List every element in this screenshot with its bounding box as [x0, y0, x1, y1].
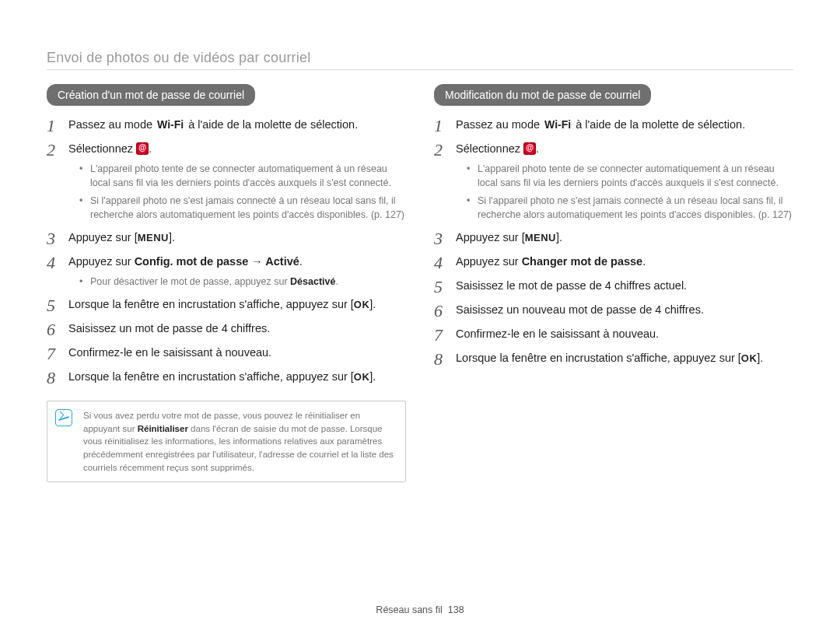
step-text: .	[299, 255, 303, 268]
step: Sélectionnez . L'appareil photo tente de…	[434, 141, 793, 222]
step-text: .	[536, 142, 539, 155]
bold-term: Réinitialiser	[138, 424, 188, 433]
substep: Pour désactiver le mot de passe, appuyez…	[79, 275, 406, 289]
column-left: Création d'un mot de passe de courriel P…	[47, 84, 406, 482]
step-text: Lorsque la fenêtre en incrustation s'aff…	[68, 370, 354, 383]
step-text: Appuyez sur [	[456, 231, 525, 243]
step-text: Sélectionnez	[68, 142, 136, 155]
step: Saisissez un nouveau mot de passe de 4 c…	[434, 302, 793, 318]
step-text: Sélectionnez	[456, 142, 523, 155]
substep: Si l'appareil photo ne s'est jamais conn…	[79, 194, 406, 222]
substeps: L'appareil photo tente de se connecter a…	[79, 162, 406, 222]
step: Passez au mode Wi-Fi à l'aide de la mole…	[434, 117, 793, 133]
step-text: ].	[757, 352, 763, 364]
step: Sélectionnez . L'appareil photo tente de…	[47, 141, 406, 222]
manual-page: Envoi de photos ou de vidéos par courrie…	[0, 0, 840, 634]
step: Saisissez un mot de passe de 4 chiffres.	[47, 321, 406, 337]
content-columns: Création d'un mot de passe de courriel P…	[47, 84, 793, 482]
step: Passez au mode Wi-Fi à l'aide de la mole…	[47, 117, 406, 133]
title-rule	[47, 69, 793, 70]
step-text: Appuyez sur	[456, 255, 522, 268]
step-text: ].	[369, 370, 376, 383]
wifi-icon: Wi-Fi	[156, 117, 185, 132]
page-footer: Réseau sans fil 138	[0, 604, 840, 615]
step-text: Passez au mode	[68, 118, 156, 131]
footer-section: Réseau sans fil	[376, 604, 442, 615]
column-right: Modification du mot de passe de courriel…	[434, 84, 793, 482]
ok-button-label: OK	[354, 298, 370, 313]
step-text: Lorsque la fenêtre en incrustation s'aff…	[68, 298, 354, 310]
step: Appuyez sur [MENU].	[47, 229, 406, 246]
step: Appuyez sur Changer mot de passe.	[434, 254, 793, 270]
step-text: à l'aide de la molette de sélection.	[572, 118, 745, 131]
step-text: Lorsque la fenêtre en incrustation s'aff…	[456, 352, 741, 364]
steps-modify: Passez au mode Wi-Fi à l'aide de la mole…	[434, 117, 793, 366]
step: Confirmez-le en le saisissant à nouveau.	[434, 326, 793, 342]
step: Appuyez sur Config. mot de passe → Activ…	[47, 254, 406, 289]
substeps: L'appareil photo tente de se connecter a…	[467, 162, 793, 222]
note-text: Si vous avez perdu votre mot de passe, v…	[83, 409, 394, 474]
substep: Si l'appareil photo ne s'est jamais conn…	[467, 194, 793, 222]
section-heading-modify-password: Modification du mot de passe de courriel	[434, 84, 651, 106]
steps-create: Passez au mode Wi-Fi à l'aide de la mole…	[47, 117, 406, 385]
substep: L'appareil photo tente de se connecter a…	[467, 162, 793, 190]
section-heading-create-password: Création d'un mot de passe de courriel	[47, 84, 255, 106]
page-number: 138	[448, 604, 464, 615]
step-text: .	[642, 255, 646, 268]
step: Lorsque la fenêtre en incrustation s'aff…	[47, 296, 406, 313]
step-text: Appuyez sur	[68, 255, 135, 268]
step-text: ].	[169, 231, 175, 243]
step-text: à l'aide de la molette de sélection.	[185, 118, 358, 131]
bold-term: Config. mot de passe → Activé	[135, 255, 299, 268]
bold-term: Changer mot de passe	[522, 255, 643, 268]
step-text: Appuyez sur [	[68, 231, 138, 243]
step: Lorsque la fenêtre en incrustation s'aff…	[47, 369, 406, 385]
substeps: Pour désactiver le mot de passe, appuyez…	[79, 275, 406, 289]
step: Lorsque la fenêtre en incrustation s'aff…	[434, 350, 793, 366]
bold-term: Désactivé	[290, 276, 335, 287]
step-text: ].	[556, 231, 562, 243]
step-text: Passez au mode	[456, 118, 543, 131]
email-icon	[523, 142, 536, 155]
substep: L'appareil photo tente de se connecter a…	[79, 162, 406, 190]
menu-button-label: MENU	[525, 231, 556, 246]
step: Saisissez le mot de passe de 4 chiffres …	[434, 278, 793, 294]
step-text: .	[149, 142, 152, 155]
menu-button-label: MENU	[138, 231, 169, 246]
email-icon	[136, 142, 149, 155]
step: Confirmez-le en le saisissant à nouveau.	[47, 345, 406, 361]
substep-text: .	[335, 276, 338, 287]
substep-text: Pour désactiver le mot de passe, appuyez…	[90, 276, 290, 287]
note-icon	[55, 409, 72, 426]
note-box: Si vous avez perdu votre mot de passe, v…	[47, 401, 406, 482]
step-text: ].	[369, 298, 376, 310]
ok-button-label: OK	[741, 352, 758, 366]
ok-button-label: OK	[354, 370, 370, 385]
page-title: Envoi de photos ou de vidéos par courrie…	[47, 50, 793, 66]
wifi-icon: Wi-Fi	[543, 117, 572, 132]
step: Appuyez sur [MENU].	[434, 229, 793, 246]
